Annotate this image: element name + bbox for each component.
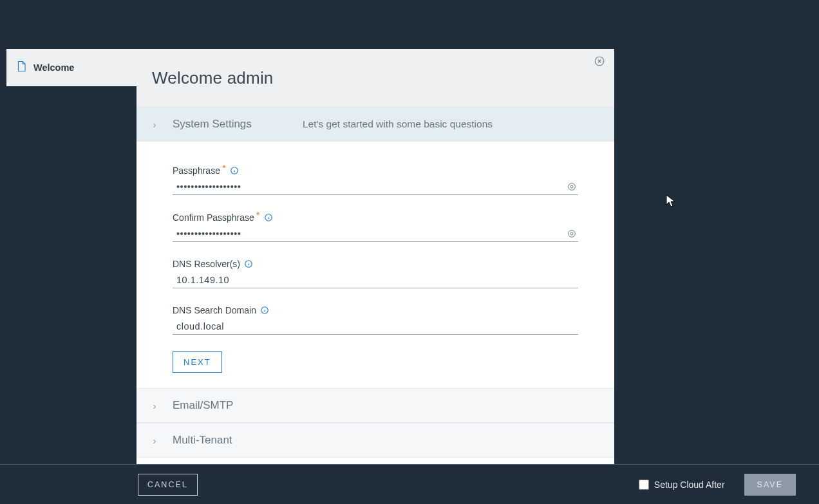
svg-point-2: [569, 183, 576, 190]
svg-point-6: [570, 232, 573, 235]
footer-bar: CANCEL Setup Cloud After SAVE: [0, 464, 819, 504]
chevron-right-icon: [151, 120, 158, 128]
section-subtitle-system: Let's get started with some basic questi…: [303, 118, 493, 130]
info-icon[interactable]: [264, 213, 273, 222]
section-body-system: Passphrase * Confirm Passphrase *: [136, 142, 614, 388]
section-header-email[interactable]: Email/SMTP: [136, 388, 614, 423]
field-dns-resolver: DNS Resolver(s): [173, 259, 578, 288]
section-header-system[interactable]: System Settings Let's get started with s…: [136, 107, 614, 142]
setup-cloud-checkbox-wrap[interactable]: Setup Cloud After: [639, 480, 725, 490]
info-icon[interactable]: [244, 259, 253, 268]
section-title-email: Email/SMTP: [173, 399, 288, 412]
info-icon[interactable]: [260, 306, 269, 315]
dialog-title: Welcome admin: [152, 68, 274, 88]
label-dns-search: DNS Search Domain: [173, 305, 256, 315]
section-title-system: System Settings: [173, 118, 288, 131]
chevron-right-icon: [151, 436, 158, 444]
cursor-icon: [666, 194, 676, 209]
info-icon[interactable]: [230, 166, 239, 175]
sidebar-tab-welcome[interactable]: Welcome: [6, 49, 136, 86]
password-toggle-icon[interactable]: [567, 182, 577, 192]
dialog-header: Welcome admin: [136, 49, 614, 107]
passphrase-input[interactable]: [173, 182, 567, 192]
close-icon[interactable]: [594, 55, 605, 67]
setup-cloud-label: Setup Cloud After: [654, 480, 725, 490]
file-icon: [15, 60, 27, 75]
dns-resolver-input[interactable]: [173, 275, 578, 285]
setup-cloud-checkbox[interactable]: [639, 480, 649, 490]
field-confirm-passphrase: Confirm Passphrase *: [173, 212, 578, 242]
label-dns-resolver: DNS Resolver(s): [173, 259, 240, 269]
welcome-dialog: Welcome admin System Settings Let's get …: [136, 49, 614, 464]
svg-point-3: [570, 185, 573, 188]
field-passphrase: Passphrase *: [173, 165, 578, 195]
section-header-tenant[interactable]: Multi-Tenant: [136, 423, 614, 458]
field-dns-search: DNS Search Domain: [173, 305, 578, 335]
section-title-tenant: Multi-Tenant: [173, 434, 288, 447]
label-passphrase: Passphrase: [173, 165, 220, 176]
chevron-right-icon: [151, 402, 158, 409]
label-confirm-passphrase: Confirm Passphrase: [173, 212, 254, 223]
confirm-passphrase-input[interactable]: [173, 229, 567, 239]
cancel-button[interactable]: CANCEL: [138, 474, 198, 496]
svg-point-5: [569, 230, 576, 237]
dns-search-input[interactable]: [173, 321, 578, 331]
required-star: *: [256, 209, 260, 220]
save-button[interactable]: SAVE: [744, 474, 796, 496]
required-star: *: [222, 162, 226, 173]
password-toggle-icon[interactable]: [567, 229, 577, 239]
next-button[interactable]: NEXT: [173, 351, 222, 373]
sidebar-tab-label: Welcome: [33, 62, 74, 73]
